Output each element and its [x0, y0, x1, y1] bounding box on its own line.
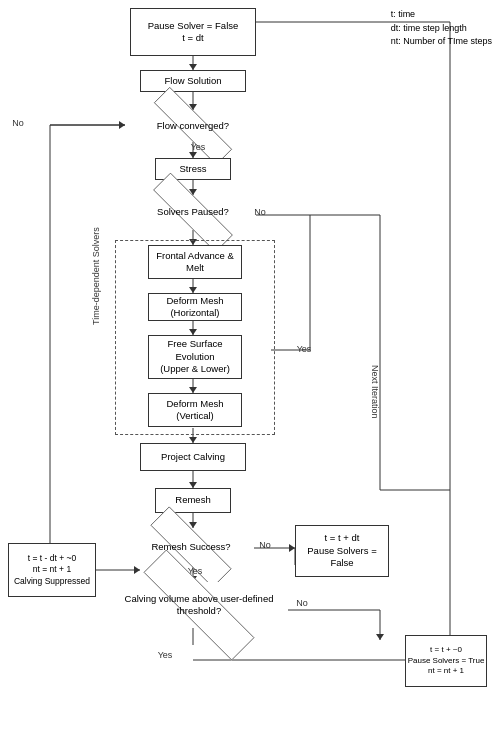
deform-mesh-h-box: Deform Mesh (Horizontal) — [148, 293, 242, 321]
flow-converged-label: Flow converged? — [157, 120, 229, 132]
legend-line1: t: time — [391, 8, 492, 22]
remesh-success-label: Remesh Success? — [151, 541, 230, 553]
stress-label: Stress — [180, 163, 207, 175]
flow-converged-box: Flow converged? — [130, 110, 256, 142]
project-calving-box: Project Calving — [140, 443, 246, 471]
flow-solution-box: Flow Solution — [140, 70, 246, 92]
no-label-calving: No — [292, 598, 312, 608]
t-pause-false-label: t = t + dt Pause Solvers = False — [307, 532, 376, 569]
t-pause-true-label: t = t + ~0 Pause Solvers = True nt = nt … — [408, 645, 485, 676]
deform-mesh-h-label: Deform Mesh (Horizontal) — [166, 295, 223, 320]
diagram-container: t: time dt: time step length nt: Number … — [0, 0, 500, 744]
frontal-advance-box: Frontal Advance & Melt — [148, 245, 242, 279]
legend: t: time dt: time step length nt: Number … — [391, 8, 492, 49]
frontal-advance-label: Frontal Advance & Melt — [156, 250, 234, 275]
deform-mesh-v-label: Deform Mesh (Vertical) — [166, 398, 223, 423]
yes-label-solvers: Yes — [294, 344, 314, 354]
free-surface-label: Free Surface Evolution (Upper & Lower) — [160, 338, 230, 375]
flow-solution-label: Flow Solution — [164, 75, 221, 87]
t-pause-true-box: t = t + ~0 Pause Solvers = True nt = nt … — [405, 635, 487, 687]
pause-solver-label: Pause Solver = False t = dt — [148, 20, 239, 45]
t-pause-false-box: t = t + dt Pause Solvers = False — [295, 525, 389, 577]
t-suppressed-box: t = t - dt + ~0 nt = nt + 1 Calving Supp… — [8, 543, 96, 597]
deform-mesh-v-box: Deform Mesh (Vertical) — [148, 393, 242, 427]
project-calving-label: Project Calving — [161, 451, 225, 463]
yes-label-bottom: Yes — [155, 650, 175, 660]
remesh-label: Remesh — [175, 494, 210, 506]
solvers-paused-label: Solvers Paused? — [157, 206, 229, 218]
legend-line3: nt: Number of TIme steps — [391, 35, 492, 49]
legend-line2: dt: time step length — [391, 22, 492, 36]
pause-solver-box: Pause Solver = False t = dt — [130, 8, 256, 56]
calving-volume-box: Calving volume above user-defined thresh… — [110, 582, 288, 628]
no-label-remesh: No — [255, 540, 275, 550]
free-surface-box: Free Surface Evolution (Upper & Lower) — [148, 335, 242, 379]
time-dependent-label: Time-dependent Solvers — [91, 227, 101, 325]
svg-marker-41 — [119, 121, 125, 129]
t-suppressed-label: t = t - dt + ~0 nt = nt + 1 Calving Supp… — [14, 553, 90, 586]
next-iteration-label: Next Iteration — [370, 365, 380, 419]
svg-marker-38 — [134, 566, 140, 574]
svg-marker-33 — [376, 634, 384, 640]
calving-volume-label: Calving volume above user-defined thresh… — [110, 593, 288, 618]
no-label-solvers: No — [250, 207, 270, 217]
yes-label-flow: Yes — [188, 142, 208, 152]
no-label-flow: No — [8, 118, 28, 128]
solvers-paused-box: Solvers Paused? — [130, 195, 256, 230]
remesh-success-box: Remesh Success? — [128, 528, 254, 566]
